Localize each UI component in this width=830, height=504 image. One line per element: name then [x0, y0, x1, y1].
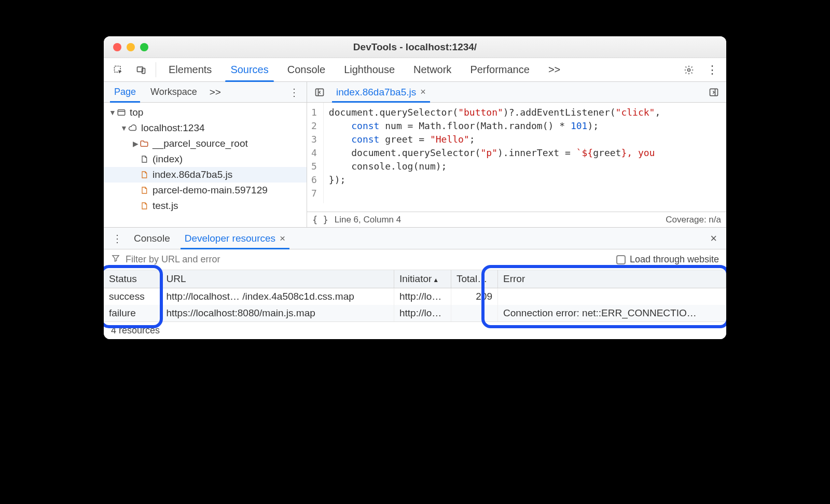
checkbox-icon [616, 255, 626, 264]
tree-label: (index) [153, 153, 183, 165]
folder-icon [139, 139, 149, 148]
cell-total [451, 305, 498, 321]
main-tabbar: ElementsSourcesConsoleLighthouseNetworkP… [104, 58, 726, 82]
col-error[interactable]: Error [498, 270, 726, 288]
window-icon [116, 108, 127, 117]
tree-row[interactable]: (index) [104, 151, 307, 167]
editor-pane: index.86da7ba5.js × 1234567 document.que… [307, 82, 726, 227]
code-content[interactable]: document.querySelector("button")?.addEve… [324, 103, 726, 203]
drawer-tab-label: Console [134, 233, 170, 244]
svg-rect-4 [118, 110, 125, 116]
drawer-tab-label: Developer resources [185, 233, 275, 244]
main-tab-performance[interactable]: Performance [461, 58, 539, 81]
main-tab-elements[interactable]: Elements [159, 58, 221, 81]
filter-input[interactable] [126, 254, 611, 265]
main-tabs-overflow[interactable]: >> [539, 58, 570, 81]
format-code-icon[interactable]: { } [312, 215, 328, 225]
file-tab-close-icon[interactable]: × [420, 87, 426, 97]
navigator-tab-workspace[interactable]: Workspace [143, 82, 204, 102]
tree-row[interactable]: index.86da7ba5.js [104, 167, 307, 183]
toggle-navigator-icon[interactable] [309, 82, 330, 102]
cloud-icon [128, 123, 138, 133]
tree-label: top [130, 107, 143, 118]
tree-label: parcel-demo-main.597129 [153, 185, 268, 196]
editor-filetabs: index.86da7ba5.js × [307, 82, 726, 103]
devres-footer: 4 resources [104, 321, 726, 339]
window-title: DevTools - localhost:1234/ [104, 41, 726, 53]
jsfile-icon [139, 186, 149, 195]
navigator-menu-icon[interactable]: ⋮ [284, 82, 303, 102]
devres-table: Status URL Initiator▲ Total… Error succe… [104, 270, 726, 321]
svg-point-3 [688, 68, 690, 71]
line-gutter: 1234567 [307, 103, 324, 203]
drawer-tabs: ⋮ ConsoleDeveloper resources× × [104, 228, 726, 249]
cell-status: success [104, 288, 161, 305]
col-initiator-label: Initiator [399, 273, 432, 284]
settings-gear-icon[interactable] [677, 58, 700, 81]
tree-row[interactable]: ▼localhost:1234 [104, 120, 307, 136]
tree-row[interactable]: test.js [104, 198, 307, 214]
tree-expand-icon[interactable]: ▼ [120, 124, 128, 132]
drawer-tab-console[interactable]: Console [127, 228, 177, 249]
window-titlebar: DevTools - localhost:1234/ [104, 36, 726, 58]
navigator-overflow[interactable]: >> [204, 82, 226, 102]
jsfile-icon [139, 170, 149, 179]
sources-body: PageWorkspace >> ⋮ ▼top▼localhost:1234▶_… [104, 82, 726, 227]
table-row[interactable]: failurehttps://localhost:8080/main.js.ma… [104, 305, 726, 321]
drawer: ⋮ ConsoleDeveloper resources× × Load thr… [104, 227, 726, 339]
tree-label: index.86da7ba5.js [153, 169, 232, 180]
file-tree[interactable]: ▼top▼localhost:1234▶__parcel_source_root… [104, 103, 307, 227]
tree-row[interactable]: ▶__parcel_source_root [104, 136, 307, 151]
cell-initiator: http://lo… [394, 305, 451, 321]
jsfile-icon [139, 201, 149, 211]
tree-label: __parcel_source_root [153, 138, 248, 149]
file-tab-active[interactable]: index.86da7ba5.js × [330, 82, 432, 102]
tabbar-divider [156, 62, 156, 77]
col-url[interactable]: URL [161, 270, 394, 288]
cell-initiator: http://lo… [394, 288, 451, 305]
drawer-tab-developer-resources[interactable]: Developer resources× [177, 228, 293, 249]
editor-statusbar: { } Line 6, Column 4 Coverage: n/a [307, 212, 726, 227]
cell-url: https://localhost:8080/main.js.map [161, 305, 394, 321]
load-through-website-checkbox[interactable]: Load through website [616, 254, 719, 265]
cell-status: failure [104, 305, 161, 321]
navigator-pane: PageWorkspace >> ⋮ ▼top▼localhost:1234▶_… [104, 82, 307, 227]
drawer-close-icon[interactable]: × [704, 228, 723, 249]
coverage-status: Coverage: n/a [666, 215, 721, 225]
drawer-menu-icon[interactable]: ⋮ [107, 228, 127, 249]
tree-expand-icon[interactable]: ▼ [109, 108, 116, 117]
navigator-subtabs: PageWorkspace >> ⋮ [104, 82, 307, 103]
table-row[interactable]: successhttp://localhost… /index.4a508c1d… [104, 288, 726, 305]
devres-table-wrap: Status URL Initiator▲ Total… Error succe… [104, 270, 726, 321]
drawer-tab-close-icon[interactable]: × [280, 233, 285, 244]
tree-label: test.js [153, 200, 178, 212]
load-through-website-label: Load through website [630, 254, 719, 265]
tree-expand-icon[interactable]: ▶ [132, 139, 139, 148]
col-total[interactable]: Total… [451, 270, 498, 288]
filter-icon [111, 254, 120, 265]
toggle-debugger-icon[interactable] [703, 82, 724, 102]
file-icon [139, 155, 149, 164]
tree-label: localhost:1234 [141, 122, 205, 134]
table-header-row: Status URL Initiator▲ Total… Error [104, 270, 726, 288]
col-status[interactable]: Status [104, 270, 161, 288]
device-toolbar-icon[interactable] [130, 58, 153, 81]
col-initiator[interactable]: Initiator▲ [394, 270, 451, 288]
inspect-element-icon[interactable] [107, 58, 130, 81]
cell-error [498, 288, 726, 305]
code-editor[interactable]: 1234567 document.querySelector("button")… [307, 103, 726, 212]
main-tab-console[interactable]: Console [278, 58, 335, 81]
file-tab-label: index.86da7ba5.js [336, 87, 416, 98]
main-tab-lighthouse[interactable]: Lighthouse [335, 58, 404, 81]
sort-asc-icon: ▲ [433, 276, 439, 284]
cell-error: Connection error: net::ERR_CONNECTIO… [498, 305, 726, 321]
devtools-window: DevTools - localhost:1234/ ElementsSourc… [104, 36, 726, 339]
resource-count: 4 resources [111, 325, 160, 336]
navigator-tab-page[interactable]: Page [107, 82, 143, 102]
tree-row[interactable]: ▼top [104, 105, 307, 120]
main-tab-sources[interactable]: Sources [221, 58, 278, 81]
tree-row[interactable]: parcel-demo-main.597129 [104, 183, 307, 198]
main-tab-network[interactable]: Network [404, 58, 461, 81]
kebab-menu-icon[interactable]: ⋮ [700, 58, 723, 81]
cursor-position: Line 6, Column 4 [335, 215, 402, 225]
